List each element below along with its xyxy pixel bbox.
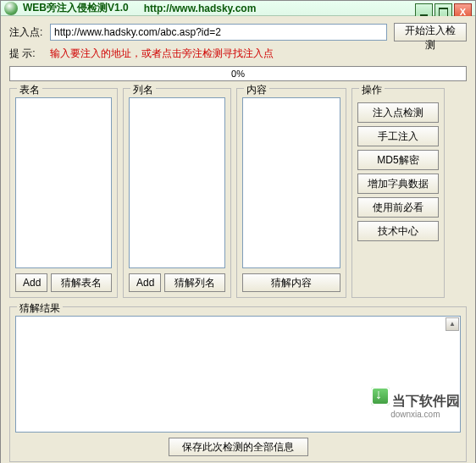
content-listbox[interactable] xyxy=(242,97,340,268)
op-add-dict-button[interactable]: 增加字典数据 xyxy=(357,174,439,194)
ops-group: 操作 注入点检测 手工注入 MD5解密 增加字典数据 使用前必看 技术中心 xyxy=(351,88,445,298)
inject-url-input[interactable] xyxy=(50,24,387,41)
column-add-button[interactable]: Add xyxy=(129,273,161,292)
ops-legend: 操作 xyxy=(359,83,385,97)
progress-value: 0% xyxy=(231,69,245,79)
start-scan-button[interactable]: 开始注入检测 xyxy=(394,23,467,41)
column-group: 列名 Add 猜解列名 xyxy=(123,88,231,298)
table-group: 表名 Add 猜解表名 xyxy=(9,88,118,298)
content-group: 内容 猜解内容 xyxy=(236,88,346,298)
table-legend: 表名 xyxy=(17,83,42,97)
op-manual-inject-button[interactable]: 手工注入 xyxy=(357,126,439,146)
table-listbox[interactable] xyxy=(15,97,112,268)
column-legend: 列名 xyxy=(130,83,156,97)
window-title-url: http://www.hadsky.com xyxy=(144,3,257,14)
op-readme-button[interactable]: 使用前必看 xyxy=(357,197,439,218)
titlebar[interactable]: WEB旁注入侵检测V1.0 http://www.hadsky.com X xyxy=(1,1,475,16)
inject-point-label: 注入点: xyxy=(9,25,50,40)
hint-label: 提 示: xyxy=(9,47,50,61)
save-all-button[interactable]: 保存此次检测的全部信息 xyxy=(169,438,308,456)
scroll-up-icon[interactable] xyxy=(446,317,459,331)
table-add-button[interactable]: Add xyxy=(15,273,47,292)
app-window: WEB旁注入侵检测V1.0 http://www.hadsky.com X 注入… xyxy=(0,0,476,463)
result-group: 猜解结果 保存此次检测的全部信息 xyxy=(9,306,467,462)
guess-table-button[interactable]: 猜解表名 xyxy=(51,273,112,292)
op-inject-detect-button[interactable]: 注入点检测 xyxy=(357,102,439,123)
op-md5-button[interactable]: MD5解密 xyxy=(357,150,439,170)
column-listbox[interactable] xyxy=(129,97,225,268)
op-tech-center-button[interactable]: 技术中心 xyxy=(357,221,439,241)
hint-text: 输入要注入的地址，或者点击旁注检测寻找注入点 xyxy=(50,47,274,61)
client-area: 注入点: 开始注入检测 提 示: 输入要注入的地址，或者点击旁注检测寻找注入点 … xyxy=(1,16,475,463)
guess-column-button[interactable]: 猜解列名 xyxy=(164,273,225,292)
window-title: WEB旁注入侵检测V1.0 xyxy=(23,1,129,15)
content-legend: 内容 xyxy=(244,83,269,97)
guess-content-button[interactable]: 猜解内容 xyxy=(242,273,340,292)
result-legend: 猜解结果 xyxy=(17,301,63,316)
app-icon xyxy=(4,2,18,15)
progress-bar: 0% xyxy=(9,66,467,81)
result-textbox[interactable] xyxy=(15,316,461,433)
